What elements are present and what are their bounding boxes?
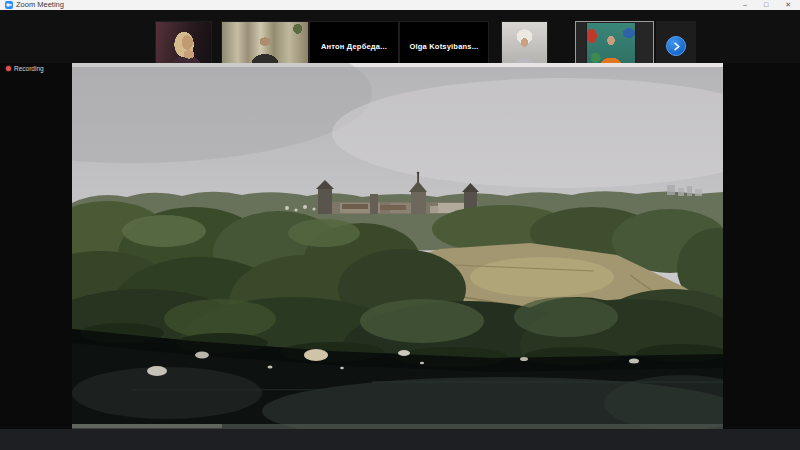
recording-indicator: Recording [6,65,44,72]
boulder [304,349,328,361]
participant-name-label: Olga Kotsyibans... [409,42,478,51]
maximize-button[interactable]: □ [764,0,768,10]
next-participants-button[interactable] [666,36,686,56]
windows-taskbar: Введіть пошуковий запит тут 15°C Sunny [0,429,800,450]
minimize-button[interactable]: – [743,0,747,10]
chevron-right-icon [671,41,682,52]
recording-label: Recording [14,65,44,72]
titlebar-left: Zoom Meeting [5,0,64,10]
window-controls: – □ ✕ [743,0,795,10]
zoom-app-icon [5,1,13,9]
boulder [398,350,410,356]
close-button[interactable]: ✕ [785,0,791,10]
boulder [520,357,528,361]
recording-dot-icon [6,66,11,71]
screen: Zoom Meeting – □ ✕ Антон Дербеда... Olga… [0,0,800,450]
participant-name-label: Антон Дербеда... [321,42,387,51]
boulder [629,359,639,364]
zoom-window-titlebar: Zoom Meeting – □ ✕ [0,0,800,10]
shared-screen-video [72,63,723,429]
boulder [147,366,167,376]
boulder [195,352,209,359]
window-title: Zoom Meeting [16,0,64,10]
landscape-photo [72,63,723,429]
participants-strip: Антон Дербеда... Olga Kotsyibans... [0,10,800,63]
